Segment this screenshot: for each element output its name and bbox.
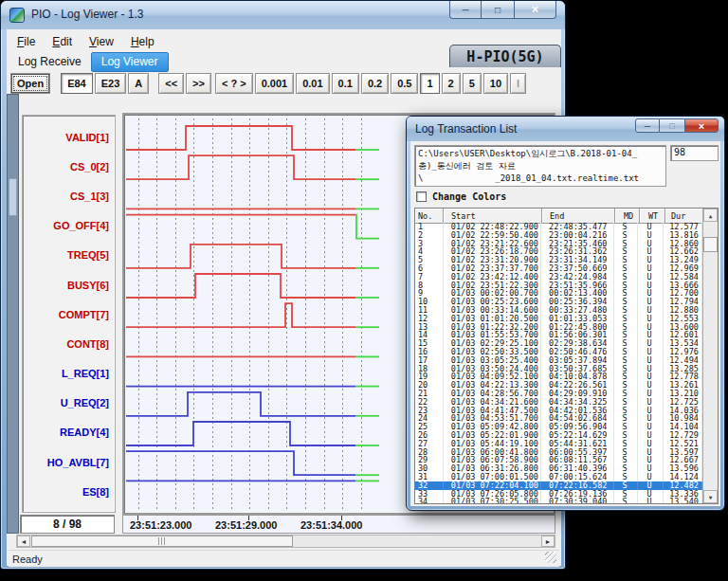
table-row[interactable]: 3201/03 07:22:04.10007:22:16.582SU12.482 — [415, 481, 702, 490]
table-row[interactable]: 3301/03 07:26:05.80007:26:19.136SU13.336 — [415, 490, 702, 499]
table-row[interactable]: 501/02 23:31:20.90023:31:34.149SU13.249 — [415, 256, 702, 264]
table-row[interactable]: 2901/03 06:07:58.90006:08:11.567SU12.667 — [415, 456, 702, 464]
table-cell: S — [614, 381, 639, 390]
table-row[interactable]: 2301/03 04:41:47.50004:42:01.536SU14.036 — [415, 407, 702, 415]
horizontal-scrollbar[interactable]: ◄ ► — [16, 535, 555, 548]
table-row[interactable]: 1601/03 02:50:33.50002:50:46.476SU12.976 — [415, 348, 702, 356]
table-row[interactable]: 2101/03 04:28:56.70004:29:09.910SU13.210 — [415, 390, 702, 398]
column-header-dur[interactable]: Dur — [665, 209, 704, 223]
table-body: 101/02 22:48:22.90022:48:35.477SU12.5772… — [415, 223, 702, 503]
resize-grip[interactable] — [545, 552, 556, 563]
table-row[interactable]: 2001/03 04:22:13.30004:22:26.561SU13.261 — [415, 381, 702, 390]
menu-item-file[interactable]: File — [9, 33, 44, 50]
close-button[interactable]: × — [514, 1, 556, 19]
toolbar-button-05[interactable]: 0.5 — [391, 73, 418, 94]
table-row[interactable]: 801/02 23:51:22.30023:51:35.966SU13.666 — [415, 281, 702, 290]
table-row[interactable]: 1801/03 03:50:24.40003:50:37.685SU13.285 — [415, 365, 702, 373]
toolbar-button-open[interactable]: Open — [10, 73, 50, 94]
dialog-maximize-button[interactable]: □ — [660, 118, 684, 133]
toolbar-button-1[interactable]: 1 — [420, 73, 439, 94]
toolbar-button-[interactable]: < ? > — [215, 73, 253, 94]
scroll-up-arrow-icon[interactable]: ▲ — [703, 209, 718, 222]
table-cell: 06:08:11.567 — [541, 456, 613, 464]
table-row[interactable]: 3401/03 07:30:25.50007:30:39.040SU13.540 — [415, 498, 702, 503]
column-header-start[interactable]: Start — [444, 209, 542, 223]
table-cell: 01/02 23:26:18.700 — [444, 247, 541, 256]
table-row[interactable]: 2601/03 05:22:01.90005:22:14.629SU12.729 — [415, 431, 702, 440]
toolbar-button-e23[interactable]: E23 — [95, 73, 127, 94]
table-row[interactable]: 2501/03 05:09:42.80005:09:56.904SU14.104 — [415, 423, 702, 431]
log-transaction-dialog: Log Transaction List ─ □ × C:\Users\USER… — [406, 116, 725, 511]
table-scrollbar[interactable]: ▲ ▼ — [702, 209, 718, 503]
table-scrollbar-thumb[interactable] — [703, 237, 718, 252]
signal-label: GO_OFF[4] — [23, 211, 115, 241]
table-row[interactable]: 1701/03 03:05:25.40003:05:37.894SU12.494 — [415, 356, 702, 365]
column-header-wt[interactable]: WT — [640, 209, 665, 223]
toolbar-button-a[interactable]: A — [128, 73, 149, 94]
waveform-trace — [126, 274, 355, 298]
table-row[interactable]: 2201/03 04:34:21.60004:34:34.325SU12.725 — [415, 398, 702, 407]
toolbar-button-e84[interactable]: E84 — [61, 73, 93, 94]
toolbar-button-10[interactable]: 10 — [483, 73, 508, 94]
table-cell: S — [614, 407, 639, 415]
scroll-left-arrow-icon[interactable]: ◄ — [17, 536, 30, 547]
dialog-close-button[interactable]: × — [684, 118, 719, 133]
table-row[interactable]: 1901/03 04:09:52.10004:10:04.878SU12.778 — [415, 372, 702, 381]
table-row[interactable]: 1401/03 01:55:53.70001:56:06.301SU12.601 — [415, 331, 702, 339]
menu-item-view[interactable]: View — [81, 33, 122, 50]
table-row[interactable]: 1301/03 01:22:32.20001:22:45.800SU13.600 — [415, 323, 702, 332]
table-cell: 03:05:37.894 — [541, 356, 613, 365]
change-colors-checkbox[interactable] — [416, 191, 427, 202]
table-row[interactable]: 1501/03 02:29:25.10002:29:38.634SU13.534 — [415, 339, 702, 348]
table-row[interactable]: 201/02 22:59:50.40023:00:04.216SU13.816 — [415, 231, 702, 240]
table-row[interactable]: 3001/03 06:31:26.80006:31:40.396SU13.596 — [415, 464, 702, 473]
table-cell: 12.700 — [664, 289, 702, 298]
column-header-end[interactable]: End — [542, 209, 615, 223]
table-row[interactable]: 1101/03 00:33:14.60000:33:27.480SU12.880 — [415, 306, 702, 315]
toolbar-button-0001[interactable]: 0.001 — [255, 73, 295, 94]
table-row[interactable]: 2801/03 06:00:41.80006:00:55.397SU13.597 — [415, 448, 702, 457]
table-cell: 25 — [415, 423, 444, 431]
menu-item-edit[interactable]: Edit — [44, 33, 81, 50]
scroll-down-arrow-icon[interactable]: ▼ — [703, 490, 718, 503]
dialog-minimize-button[interactable]: ─ — [635, 118, 660, 133]
table-row[interactable]: 301/02 23:21:22.60023:21:35.460SU12.860 — [415, 240, 702, 248]
table-cell: 8 — [415, 281, 444, 290]
column-header-md[interactable]: MD — [615, 209, 640, 223]
table-row[interactable]: 1001/03 00:25:23.60000:25:36.394SU12.794 — [415, 298, 702, 306]
table-cell: U — [638, 256, 664, 264]
column-header-no[interactable]: No. — [415, 209, 444, 223]
table-row[interactable]: 401/02 23:26:18.70023:26:31.362SU12.662 — [415, 247, 702, 256]
status-text: Ready — [12, 554, 43, 565]
scroll-right-arrow-icon[interactable]: ► — [541, 536, 555, 547]
toolbar-button-5[interactable]: 5 — [463, 73, 482, 94]
tab-log-viewer[interactable]: Log Viewer — [91, 52, 169, 72]
table-cell: S — [614, 298, 639, 306]
table-row[interactable]: 3101/03 07:00:01.50007:00:15.624SU14.124 — [415, 473, 702, 481]
table-row[interactable]: 901/03 00:02:00.70000:02:13.400SU12.700 — [415, 289, 702, 298]
table-row[interactable]: 101/02 22:48:22.90022:48:35.477SU12.577 — [415, 223, 702, 231]
table-row[interactable]: 2701/03 05:44:19.10005:44:31.621SU12.521 — [415, 440, 702, 448]
toolbar-button-[interactable]: << — [158, 73, 184, 94]
table-row[interactable]: 1201/03 01:01:20.50001:01:33.053SU12.553 — [415, 315, 702, 323]
horizontal-scrollbar-thumb[interactable] — [31, 536, 293, 547]
table-row[interactable]: 2401/03 04:53:51.70004:54:02.684SU10.984 — [415, 414, 702, 423]
menu-item-help[interactable]: Help — [122, 33, 163, 50]
vertical-scrollbar-thumb[interactable] — [9, 178, 17, 216]
vertical-scrollbar[interactable] — [7, 94, 19, 534]
table-row[interactable]: 701/02 23:42:12.40023:42:24.984SU12.584 — [415, 273, 702, 281]
tab-log-receive[interactable]: Log Receive — [9, 53, 91, 71]
waveform-trace — [126, 155, 355, 179]
toolbar-button-02[interactable]: 0.2 — [361, 73, 389, 94]
maximize-button[interactable]: □ — [482, 1, 514, 19]
table-cell: 01/02 23:37:37.700 — [444, 264, 541, 273]
toolbar-button-001[interactable]: 0.01 — [296, 73, 329, 94]
toolbar-button-2[interactable]: 2 — [442, 73, 461, 94]
signal-label: HO_AVBL[7] — [23, 447, 115, 477]
toolbar-button-i[interactable]: I — [510, 73, 526, 94]
minimize-button[interactable]: ─ — [449, 1, 482, 19]
toolbar-button-[interactable]: >> — [186, 73, 211, 94]
toolbar-button-01[interactable]: 0.1 — [332, 73, 359, 94]
table-row[interactable]: 601/02 23:37:37.70023:37:50.669SU12.969 — [415, 264, 702, 273]
signal-label: U_REQ[2] — [23, 389, 115, 418]
